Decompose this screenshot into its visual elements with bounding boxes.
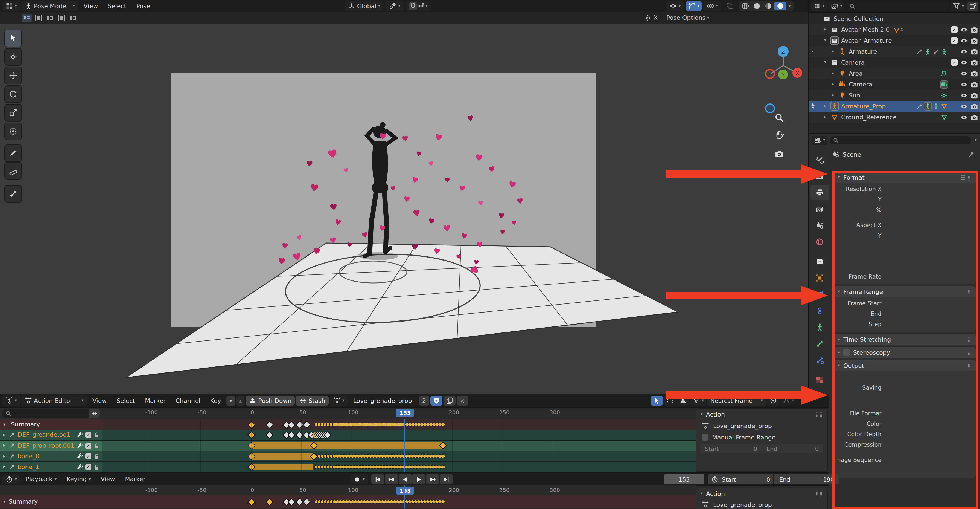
lock-icon[interactable]	[93, 453, 100, 460]
wrench-icon[interactable]	[76, 463, 84, 471]
camera-view-dot[interactable]	[765, 104, 775, 113]
outliner-filter-button[interactable]: ▾	[951, 2, 966, 11]
viewport-3d[interactable]: Z Y X	[0, 24, 808, 394]
wrench-icon[interactable]	[76, 442, 84, 449]
timeline-summary-track[interactable]: ▾ Summary	[0, 495, 695, 508]
outliner-item-avatar-armature[interactable]: ▾Avatar_Armature✓	[809, 35, 980, 46]
channel-bone-1[interactable]: ▸bone_1✓	[0, 462, 102, 472]
tool-cursor[interactable]	[5, 48, 22, 66]
dopesheet-mode-dropdown[interactable]: Action Editor▾	[21, 396, 87, 405]
xray-toggle[interactable]	[723, 1, 737, 11]
dopesheet-ruler[interactable]: -100-50050100200250300153	[102, 408, 695, 420]
properties-tab-world[interactable]	[810, 234, 829, 250]
tl-menu-view[interactable]: View	[96, 473, 119, 485]
tool-pose-tool[interactable]	[5, 185, 22, 203]
shading-wireframe[interactable]	[740, 2, 751, 10]
play-button[interactable]	[412, 474, 425, 484]
action-browse-button[interactable]: ▾	[330, 396, 348, 405]
tool-rotate[interactable]	[5, 85, 22, 103]
outliner-display-mode-button[interactable]: ▾	[829, 2, 845, 11]
keying-set-icon[interactable]	[22, 14, 32, 22]
frame-end-field[interactable]: End190	[774, 474, 840, 484]
timeline-action-panel-title[interactable]: Action	[706, 490, 725, 497]
zoom-icon[interactable]	[775, 113, 784, 123]
outliner-item-area[interactable]: ▸Area	[809, 68, 980, 79]
wrench-icon[interactable]	[76, 453, 84, 460]
pin-icon[interactable]	[967, 150, 975, 158]
snap-preset-icon[interactable]	[56, 14, 66, 22]
properties-editor-type-button[interactable]: ▾	[811, 136, 827, 145]
action-end-field[interactable]: End0	[762, 444, 823, 453]
lock-icon[interactable]	[93, 432, 100, 439]
channel-search-input[interactable]	[2, 409, 89, 418]
outliner-search-input[interactable]	[846, 2, 950, 10]
properties-search-input[interactable]	[830, 136, 971, 144]
channel-enable-checkbox[interactable]: ✓	[85, 443, 91, 449]
action-users-button[interactable]: 2	[419, 396, 429, 405]
properties-tab-view-layer[interactable]	[810, 201, 829, 217]
action-start-field[interactable]: Start0	[700, 444, 762, 453]
editor-type-button[interactable]: ▾	[2, 1, 20, 11]
tool-annotate[interactable]	[5, 145, 22, 162]
outliner-editor-type-button[interactable]: ▾	[811, 2, 827, 11]
jump-to-start-button[interactable]	[371, 474, 385, 484]
dopesheet-keyframe-area[interactable]	[102, 419, 695, 472]
properties-tab-output[interactable]	[810, 185, 829, 200]
dense-keyframes[interactable]	[314, 453, 445, 459]
frame-start-field[interactable]: Start0	[708, 474, 773, 484]
sidebar-action-name[interactable]: Love_grenade_prop	[713, 422, 772, 429]
outliner-item-camera[interactable]: ▾Camera✓	[809, 57, 980, 68]
outliner-item-avatar-mesh-2-0[interactable]: ▸Avatar Mesh 2.04✓	[809, 24, 980, 35]
shading-dropdown[interactable]: ▾	[787, 4, 792, 8]
action-panel-title[interactable]: Action	[706, 411, 725, 418]
camera-view-icon[interactable]	[775, 149, 784, 159]
outliner-item-sun[interactable]: ▸Sun	[809, 90, 980, 101]
tl-menu-marker[interactable]: Marker	[120, 473, 150, 485]
next-keyframe-button[interactable]	[426, 474, 439, 484]
shading-material[interactable]	[763, 2, 774, 10]
outliner-item-armature-prop[interactable]: ▸Armature_Prop	[809, 101, 980, 112]
current-frame-chip[interactable]: 153	[396, 409, 414, 417]
timeline-sidebar-action-name[interactable]: Love_grenade_prop	[713, 501, 772, 508]
tool-transform[interactable]	[5, 123, 22, 140]
action-name-field[interactable]: Love_grenade_prop	[349, 396, 418, 405]
navigation-gizmo[interactable]: Z Y X	[761, 44, 805, 88]
tl-menu-keying[interactable]: Keying ▾	[62, 473, 95, 485]
outliner-item-camera[interactable]: ▸Camera	[809, 79, 980, 90]
pan-hand-icon[interactable]	[775, 130, 784, 140]
stash-button[interactable]: Stash	[296, 396, 329, 405]
fake-user-shield-button[interactable]	[430, 396, 442, 405]
channel-enable-checkbox[interactable]: ✓	[85, 432, 91, 438]
timeline-ruler[interactable]: -100-50050100200250300153	[0, 485, 695, 496]
properties-tab-bone[interactable]	[810, 336, 829, 351]
play-reverse-button[interactable]	[399, 474, 412, 484]
auto-keying-record-button[interactable]: ▾	[350, 474, 368, 484]
dopesheet-editor-type-button[interactable]: ▾	[2, 396, 20, 405]
overlays-toggle[interactable]: ▾	[703, 1, 721, 11]
properties-tab-bone-constraint[interactable]	[810, 353, 829, 368]
new-action-copy-button[interactable]	[444, 396, 455, 405]
properties-options-dropdown[interactable]: ▾	[974, 137, 978, 144]
manual-frame-range-checkbox[interactable]	[702, 434, 708, 440]
shading-rendered[interactable]	[775, 2, 786, 10]
gizmos-toggle[interactable]: ▾	[686, 1, 702, 11]
ds-menu-select[interactable]: Select	[112, 395, 140, 407]
pivot-point-button[interactable]: ▾	[385, 1, 404, 11]
manual-frame-range-row[interactable]: Manual Frame Range	[696, 432, 827, 443]
dense-keyframes[interactable]	[314, 464, 445, 470]
lock-icon[interactable]	[93, 442, 100, 449]
menu-select[interactable]: Select	[103, 0, 131, 12]
channel-enable-checkbox[interactable]: ✓	[85, 464, 91, 470]
mode-dropdown[interactable]: Pose Mode▾	[21, 1, 78, 11]
unlink-action-button[interactable]: ×	[457, 396, 468, 405]
ds-menu-channel[interactable]: Channel	[171, 395, 205, 407]
tl-menu-playback[interactable]: Playback ▾	[21, 473, 61, 485]
pose-options-dropdown[interactable]: Pose Options▾	[663, 13, 713, 22]
jump-to-end-button[interactable]	[440, 474, 453, 484]
object-visibility-button[interactable]: ▾	[666, 1, 684, 11]
outliner-item-armature[interactable]: •▸Armature	[809, 46, 980, 57]
channel-bone-0[interactable]: ▸bone_0✓	[0, 451, 102, 462]
tool-measure[interactable]	[5, 162, 22, 180]
properties-tab-collection[interactable]	[810, 254, 829, 269]
snap-button[interactable]: ▾	[406, 1, 431, 11]
